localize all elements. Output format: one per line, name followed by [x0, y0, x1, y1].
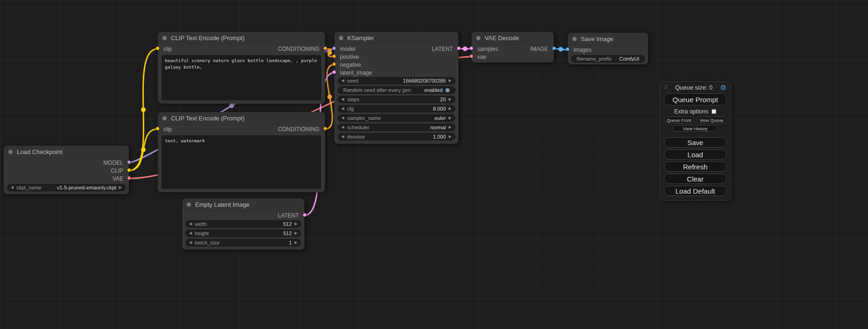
node-title-bar[interactable]: CLIP Text Encode (Prompt)	[158, 112, 325, 125]
ckpt-name-widget[interactable]: ckpt_name v1-5-pruned-emaonly.ckpt	[7, 184, 126, 191]
collapse-dot-icon[interactable]	[187, 203, 191, 207]
latent-output-port[interactable]	[457, 46, 461, 50]
node-clip-text-encode-positive[interactable]: CLIP Text Encode (Prompt) clip CONDITION…	[158, 32, 325, 104]
clear-button[interactable]: Clear	[664, 174, 727, 184]
increment-arrow-icon[interactable]	[119, 186, 122, 189]
increment-arrow-icon[interactable]	[449, 116, 452, 120]
node-load-checkpoint[interactable]: Load Checkpoint MODEL CLIP VAE ckpt_name…	[4, 146, 129, 194]
decrement-arrow-icon[interactable]	[189, 231, 192, 235]
prompt-textarea[interactable]: text, watermark	[162, 135, 321, 189]
increment-arrow-icon[interactable]	[449, 135, 452, 139]
collapse-dot-icon[interactable]	[572, 37, 577, 41]
model-output-port[interactable]	[127, 160, 131, 164]
cfg-widget[interactable]: cfg 8.000	[338, 105, 455, 112]
collapse-dot-icon[interactable]	[162, 36, 167, 40]
node-title-bar[interactable]: VAE Decode	[472, 32, 554, 45]
negative-input-port[interactable]	[332, 62, 336, 66]
seed-widget[interactable]: seed 156680208700286	[338, 77, 455, 84]
increment-arrow-icon[interactable]	[295, 222, 297, 226]
queue-front-button[interactable]: Queue Front	[664, 117, 694, 123]
load-button[interactable]: Load	[664, 149, 727, 160]
queue-menu-panel[interactable]: ⠿ Queue size: 0 ⚙ Queue Prompt Extra opt…	[659, 81, 731, 201]
negative-input-label: negative	[340, 62, 361, 68]
load-default-button[interactable]: Load Default	[664, 186, 727, 196]
latent-output-port[interactable]	[303, 213, 307, 217]
node-vae-decode[interactable]: VAE Decode samples IMAGE vae	[472, 32, 554, 63]
latent-image-input-port[interactable]	[332, 70, 336, 74]
decrement-arrow-icon[interactable]	[189, 222, 192, 226]
model-input-port[interactable]	[332, 46, 336, 50]
increment-arrow-icon[interactable]	[449, 79, 452, 83]
conditioning-output-port[interactable]	[323, 46, 327, 50]
node-title-bar[interactable]: CLIP Text Encode (Prompt)	[158, 32, 325, 45]
collapse-dot-icon[interactable]	[8, 150, 13, 154]
prompt-textarea[interactable]: beautiful scenery nature glass bottle la…	[162, 55, 321, 100]
link-midpoint-dot	[463, 47, 467, 51]
decrement-arrow-icon[interactable]	[189, 241, 192, 245]
height-widget[interactable]: height 512	[185, 230, 301, 237]
extra-options-row: Extra options	[664, 108, 727, 115]
vae-input-port[interactable]	[469, 54, 473, 58]
images-input-port[interactable]	[565, 47, 570, 51]
toggle-dot-icon[interactable]	[445, 88, 450, 92]
collapse-dot-icon[interactable]	[162, 116, 167, 120]
widget-name: height	[195, 231, 209, 236]
filename-prefix-widget[interactable]: filename_prefix ComfyUI	[571, 55, 645, 63]
increment-arrow-icon[interactable]	[449, 126, 452, 129]
increment-arrow-icon[interactable]	[295, 241, 297, 245]
decrement-arrow-icon[interactable]	[341, 126, 344, 129]
save-button[interactable]: Save	[664, 137, 727, 147]
widget-value: 1	[289, 240, 292, 245]
samples-input-port[interactable]	[469, 46, 473, 50]
vae-input-label: vae	[477, 54, 486, 60]
decrement-arrow-icon[interactable]	[11, 186, 14, 189]
settings-gear-icon[interactable]: ⚙	[720, 84, 727, 91]
widget-name: cfg	[347, 106, 354, 112]
refresh-button[interactable]: Refresh	[664, 161, 727, 172]
vae-output-port[interactable]	[127, 176, 131, 180]
conditioning-output-label: CONDITIONING	[278, 46, 319, 52]
view-queue-button[interactable]: View Queue	[697, 117, 727, 123]
clip-input-label: clip	[163, 126, 172, 133]
node-title-bar[interactable]: Save Image	[568, 33, 648, 46]
positive-input-port[interactable]	[332, 54, 336, 58]
extra-options-checkbox[interactable]	[712, 109, 716, 114]
steps-widget[interactable]: steps 20	[338, 96, 455, 103]
batch-size-widget[interactable]: batch_size 1	[185, 239, 301, 246]
increment-arrow-icon[interactable]	[449, 107, 452, 111]
node-ksampler[interactable]: KSampler model LATENT positive negative …	[334, 32, 459, 144]
slot-row: latent_image	[334, 69, 459, 77]
model-output-label: MODEL	[103, 160, 123, 166]
collapse-dot-icon[interactable]	[339, 36, 343, 40]
clip-output-port[interactable]	[127, 168, 131, 172]
increment-arrow-icon[interactable]	[295, 231, 297, 235]
node-clip-text-encode-negative[interactable]: CLIP Text Encode (Prompt) clip CONDITION…	[158, 112, 325, 192]
drag-handle-icon[interactable]: ⠿	[664, 84, 667, 91]
clip-input-port[interactable]	[155, 46, 160, 50]
decrement-arrow-icon[interactable]	[341, 79, 344, 83]
width-widget[interactable]: width 512	[185, 220, 301, 228]
decrement-arrow-icon[interactable]	[341, 98, 344, 101]
sampler-name-widget[interactable]: sampler_name euler	[338, 114, 455, 122]
node-title-bar[interactable]: Empty Latent Image	[182, 198, 304, 211]
clip-input-port[interactable]	[155, 126, 160, 131]
node-title-bar[interactable]: Load Checkpoint	[4, 146, 129, 159]
random-seed-toggle-widget[interactable]: Random seed after every gen enabled	[338, 86, 455, 94]
collapse-dot-icon[interactable]	[476, 36, 480, 40]
widget-name: sampler_name	[347, 115, 381, 121]
decrement-arrow-icon[interactable]	[341, 116, 344, 120]
image-output-port[interactable]	[552, 46, 556, 50]
node-title-bar[interactable]: KSampler	[334, 32, 459, 45]
node-empty-latent-image[interactable]: Empty Latent Image LATENT width 512 heig…	[182, 198, 304, 250]
queue-prompt-button[interactable]: Queue Prompt	[664, 93, 727, 105]
widget-value: ComfyUI	[619, 56, 639, 62]
denoise-widget[interactable]: denoise 1.000	[338, 133, 455, 140]
decrement-arrow-icon[interactable]	[341, 135, 344, 139]
decrement-arrow-icon[interactable]	[341, 107, 344, 111]
scheduler-widget[interactable]: scheduler normal	[338, 124, 455, 131]
node-save-image[interactable]: Save Image images filename_prefix ComfyU…	[568, 33, 648, 64]
conditioning-output-port[interactable]	[323, 126, 327, 131]
increment-arrow-icon[interactable]	[449, 98, 452, 101]
node-canvas[interactable]: Load Checkpoint MODEL CLIP VAE ckpt_name…	[0, 0, 868, 329]
view-history-button[interactable]: View History	[673, 125, 718, 132]
